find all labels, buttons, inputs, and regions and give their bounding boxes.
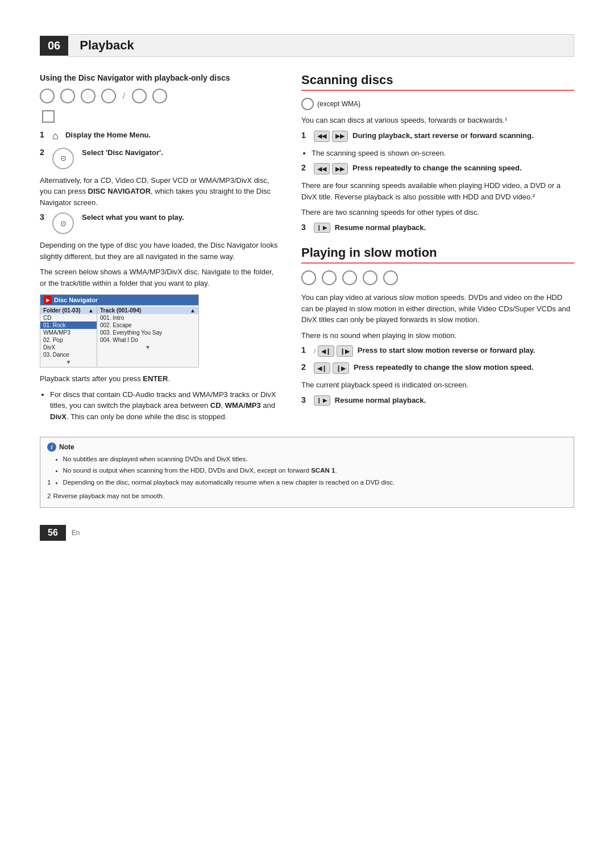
dn-icon: ▶ — [44, 296, 52, 304]
step3-text: Select what you want to play. — [82, 212, 184, 223]
step1-num: 1 — [40, 130, 48, 139]
scan-step2-body2: There are two scanning speeds for other … — [301, 207, 574, 218]
rewind-btn-2: ◀◀ — [314, 163, 330, 174]
dn-col2-header: Track (001-094) ▲ — [97, 307, 198, 314]
step3-extra: Depending on the type of disc you have l… — [40, 240, 279, 262]
note-box: i Note 1 No subtitles are displayed when… — [40, 437, 574, 508]
except-wma-label: (except WMA) — [317, 100, 360, 108]
btn-circle-6 — [152, 89, 167, 103]
slow-motion-title: Playing in slow motion — [301, 245, 574, 264]
note-item-2: No sound is output when scanning from th… — [63, 466, 395, 475]
dn-col1-row2: 01. Rock — [40, 322, 97, 329]
dn-col1-row6: 03. Dance — [40, 351, 97, 358]
scan-step2-icons: ◀◀ ▶▶ — [314, 163, 348, 174]
main-layout: Using the Disc Navigator with playback-o… — [40, 73, 574, 427]
chapter-number: 06 — [40, 36, 68, 56]
dn-col2-row3: 003. Everything You Say — [97, 329, 198, 336]
screen-note: The screen below shows a WMA/MP3/DivX di… — [40, 266, 279, 289]
rewind-btn: ◀◀ — [314, 131, 330, 142]
dn-col1-header: Folder (01-03) ▲ — [40, 307, 97, 314]
slow-rev-btn-2: ◀❙ — [314, 362, 330, 374]
scan-step2-text: Press repeatedly to change the scanning … — [352, 163, 522, 174]
left-bullet-1: For discs that contain CD-Audio tracks a… — [50, 389, 279, 423]
button-row-top: / — [40, 89, 279, 103]
dn-col2: Track (001-094) ▲ 001. Intro 002. Escape… — [97, 306, 198, 367]
scan-step3-row: 3 ❙ ▶ Resume normal playback. — [301, 223, 574, 233]
scan-step3-num: 3 — [301, 223, 309, 232]
pause-btn: ❙ ▶ — [314, 223, 330, 233]
step2-num: 2 — [40, 148, 48, 157]
slow-motion-section: Playing in slow motion You can play vide… — [301, 245, 574, 406]
left-column: Using the Disc Navigator with playback-o… — [40, 73, 279, 427]
note-item-3: Depending on the disc, normal playback m… — [63, 478, 395, 487]
right-column: Scanning discs (except WMA) You can scan… — [301, 73, 574, 427]
after-enter-text: Playback starts after you press ENTER. — [40, 373, 279, 385]
note-list: 1 No subtitles are displayed when scanni… — [47, 454, 567, 501]
dn-title: Disc Navigator — [54, 297, 98, 303]
slow-circle-3 — [342, 270, 357, 285]
slow-step3-text: Resume normal playback. — [335, 395, 426, 406]
scan-step1-bullets: The scanning speed is shown on-screen. — [301, 148, 574, 159]
scan-step2-num: 2 — [301, 163, 309, 172]
slash-divider: / — [123, 91, 125, 101]
scan-step1-text: During playback, start reverse or forwar… — [352, 131, 534, 141]
page-lang: En — [72, 529, 80, 537]
left-bullets: For discs that contain CD-Audio tracks a… — [40, 389, 279, 423]
dn-col2-row4: 004. What I Do — [97, 336, 198, 344]
note-label: Note — [59, 442, 74, 452]
slow-intro: You can play video at various slow motio… — [301, 292, 574, 326]
dn-col1-row1: CD — [40, 314, 97, 322]
dn-col2-arrow: ▼ — [97, 344, 198, 351]
note-header: i Note — [47, 442, 567, 452]
scan-step3-text: Resume normal playback. — [335, 223, 426, 233]
slow-circle-5 — [383, 270, 398, 285]
step1-text: Display the Home Menu. — [65, 130, 151, 141]
note-item-group: 1 No subtitles are displayed when scanni… — [47, 454, 567, 489]
slow-step2-text: Press repeatedly to change the slow moti… — [354, 362, 533, 373]
btn-circle-1 — [40, 89, 55, 103]
slow-circle-2 — [322, 270, 337, 285]
slow-step1-row: 1 / ◀❙ ❙▶ Press to start slow motion rev… — [301, 345, 574, 357]
btn-square — [42, 110, 55, 123]
scanning-intro: You can scan discs at various speeds, fo… — [301, 115, 574, 126]
note-item-1: No subtitles are displayed when scanning… — [63, 454, 395, 464]
scanning-section: Scanning discs (except WMA) You can scan… — [301, 73, 574, 233]
scanning-title: Scanning discs — [301, 73, 574, 91]
slow-step1-num: 1 — [301, 345, 309, 354]
resume-btn: ❙ ▶ — [314, 395, 330, 406]
except-wma-row: (except WMA) — [301, 98, 574, 110]
dn-col2-row1: 001. Intro — [97, 314, 198, 322]
dn-col2-row2: 002. Escape — [97, 322, 198, 329]
slow-step3-row: 3 ❙ ▶ Resume normal playback. — [301, 395, 574, 406]
slow-no-sound: There is no sound when playing in slow m… — [301, 330, 574, 341]
page-footer: 56 En — [40, 525, 574, 541]
slow-step2-body: The current playback speed is indicated … — [301, 379, 574, 391]
scan-step1-bullet: The scanning speed is shown on-screen. — [312, 148, 574, 159]
chapter-title: Playback — [68, 34, 574, 57]
step2-text: Select 'Disc Navigator'. — [82, 148, 163, 158]
step2-extra: Alternatively, for a CD, Video CD, Super… — [40, 175, 279, 208]
step2-row: 2 ⊙ Select 'Disc Navigator'. — [40, 148, 279, 169]
ffwd-btn-2: ▶▶ — [332, 163, 348, 174]
step3-row: 3 ⊙ Select what you want to play. — [40, 212, 279, 234]
dn-col1-row3: WMA/MP3 — [40, 329, 97, 336]
scan-step1-icons: ◀◀ ▶▶ — [314, 131, 348, 142]
slow-step2-row: 2 ◀❙ ❙▶ Press repeatedly to change the s… — [301, 362, 574, 374]
page-number: 56 — [40, 525, 66, 541]
dn-col1-row5: DivX — [40, 344, 97, 351]
step3-num: 3 — [40, 212, 48, 222]
scan-step3-icons: ❙ ▶ — [314, 223, 330, 233]
scan-step2-body: There are four scanning speeds available… — [301, 180, 574, 202]
slow-circle-1 — [301, 270, 316, 285]
scan-step2-row: 2 ◀◀ ▶▶ Press repeatedly to change the s… — [301, 163, 574, 174]
slow-fwd-btn: ❙▶ — [337, 345, 353, 357]
slow-step2-icons: ◀❙ ❙▶ — [314, 362, 349, 374]
home-icon: ⌂ — [52, 130, 59, 142]
slow-step1-text: Press to start slow motion reverse or fo… — [358, 345, 536, 356]
btn-circle-4 — [101, 89, 116, 103]
dn-body: Folder (01-03) ▲ CD 01. Rock WMA/MP3 02.… — [40, 305, 198, 367]
scan-step1-row: 1 ◀◀ ▶▶ During playback, start reverse o… — [301, 131, 574, 142]
dn-col1: Folder (01-03) ▲ CD 01. Rock WMA/MP3 02.… — [40, 306, 97, 367]
note-num-1: 1 — [47, 479, 51, 486]
note-item-4: 2Reverse playback may not be smooth. — [47, 491, 567, 501]
